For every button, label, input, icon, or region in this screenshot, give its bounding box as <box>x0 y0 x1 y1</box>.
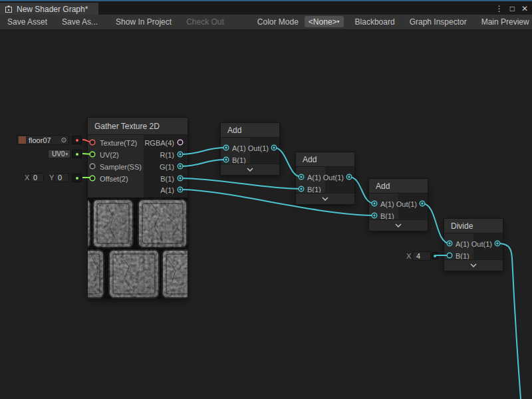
offset-y-label: Y <box>49 174 54 182</box>
offset-port-connector[interactable] <box>72 174 82 182</box>
close-icon[interactable]: ✕ <box>521 3 528 15</box>
port-label-a: A(1) <box>307 173 321 182</box>
chevron-down-icon <box>395 223 402 227</box>
node-divide[interactable]: Divide A(1) B(1) Out(1) <box>444 218 503 271</box>
port-label-a: A(1) <box>160 186 174 195</box>
port-label-out: Out(1) <box>323 173 344 182</box>
connector-dot <box>76 153 78 156</box>
port-label-out: Out(1) <box>471 239 492 249</box>
divisor-x-input[interactable]: 4 <box>412 251 431 261</box>
node-header[interactable]: Divide <box>444 219 503 233</box>
port-label-a: A(1) <box>456 239 469 249</box>
tab-title: New Shader Graph* <box>17 5 88 14</box>
node-header[interactable]: Add <box>369 179 428 194</box>
port-label-uv: UV(2) <box>100 150 119 160</box>
port-label-texture: Texture(T2) <box>100 138 137 148</box>
texture-preview-image <box>88 198 188 299</box>
chevron-down-icon <box>247 168 253 172</box>
offset-x-label: X <box>25 174 29 182</box>
divisor-x-label: X <box>406 252 411 260</box>
node-add-2[interactable]: Add A(1) B(1) Out(1) <box>295 152 355 205</box>
texture-port-connector[interactable] <box>72 136 82 144</box>
port-label-a: A(1) <box>232 144 246 153</box>
graph-inspector-toggle-button[interactable]: Graph Inspector <box>402 15 474 29</box>
preview-collapse-toggle[interactable] <box>369 219 428 231</box>
wire-b-to-add2-b[interactable] <box>180 178 301 189</box>
node-title: Divide <box>451 221 473 231</box>
shader-graph-toolbar: Save Asset Save As... Show In Project Ch… <box>0 15 532 30</box>
port-label-offset: Offset(2) <box>100 174 128 184</box>
uv-port-connector[interactable] <box>72 150 82 158</box>
preview-collapse-toggle[interactable] <box>296 193 354 204</box>
show-in-project-button[interactable]: Show In Project <box>108 15 179 29</box>
chevron-down-icon <box>322 197 329 201</box>
shader-graph-icon <box>5 5 13 13</box>
object-picker-icon[interactable]: ⊙ <box>61 136 66 144</box>
check-out-button: Check Out <box>179 15 231 29</box>
port-label-g: G(1) <box>160 162 174 172</box>
divisor-port-connector[interactable] <box>432 252 438 259</box>
wire-overlay <box>0 0 532 399</box>
offset-y-input[interactable]: 0 <box>55 173 69 182</box>
tab-shader-graph[interactable]: New Shader Graph* <box>0 3 98 16</box>
node-add-3[interactable]: Add A(1) B(1) Out(1) <box>368 178 428 231</box>
port-label-out: Out(1) <box>248 144 269 153</box>
color-mode-label: Color Mode <box>251 15 305 29</box>
chevron-down-icon <box>470 263 477 267</box>
unity-shader-graph-window: Gather Texture 2D Texture(T2) UV(2) Samp… <box>0 0 532 399</box>
offset-x-value: 0 <box>33 174 37 182</box>
uv-channel-dropdown[interactable]: UV0 ▾ <box>48 150 70 158</box>
offset-x-input[interactable]: 0 <box>30 173 44 182</box>
port-label-rgba: RGBA(4) <box>144 138 174 148</box>
node-header[interactable]: Add <box>296 152 354 167</box>
offset-y-value: 0 <box>58 174 62 182</box>
preview-collapse-toggle[interactable] <box>221 164 279 175</box>
port-label-r: R(1) <box>160 150 174 160</box>
node-header[interactable]: Add <box>221 123 279 138</box>
node-header[interactable]: Gather Texture 2D <box>88 118 188 135</box>
save-asset-button[interactable]: Save Asset <box>0 15 55 29</box>
divisor-x-value: 4 <box>416 252 420 260</box>
main-preview-toggle-button[interactable]: Main Preview <box>474 15 532 29</box>
node-title: Gather Texture 2D <box>94 122 160 131</box>
texture-thumbnail <box>19 136 26 144</box>
port-label-sampler: Sampler(SS) <box>100 162 142 172</box>
maximize-icon[interactable]: □ <box>510 3 515 15</box>
blackboard-toggle-button[interactable]: Blackboard <box>348 15 402 29</box>
node-add-1[interactable]: Add A(1) B(1) Out(1) <box>220 122 280 176</box>
port-label-b: B(1) <box>160 174 174 184</box>
port-label-a: A(1) <box>380 200 394 209</box>
connector-dot <box>434 255 436 257</box>
chevron-down-icon: ▾ <box>337 19 340 25</box>
color-mode-value: <None> <box>309 17 337 27</box>
connector-dot <box>76 139 78 142</box>
window-controls: ⋮ □ ✕ <box>495 3 528 15</box>
node-title: Add <box>227 126 241 135</box>
menu-icon[interactable]: ⋮ <box>495 3 503 15</box>
node-title: Add <box>376 182 390 191</box>
save-as-button[interactable]: Save As... <box>55 15 105 29</box>
title-bar: New Shader Graph* ⋮ □ ✕ <box>0 0 532 15</box>
preview-collapse-toggle[interactable] <box>444 259 503 271</box>
texture-field-value: floor07 <box>29 136 51 144</box>
node-gather-texture-2d[interactable]: Gather Texture 2D Texture(T2) UV(2) Samp… <box>87 117 188 299</box>
chevron-down-icon: ▾ <box>65 152 68 157</box>
port-label-out: Out(1) <box>396 200 417 209</box>
uv-dropdown-value: UV0 <box>52 150 65 158</box>
connector-dot <box>76 177 78 180</box>
color-mode-dropdown[interactable]: <None> ▾ <box>305 16 344 27</box>
graph-canvas[interactable]: Gather Texture 2D Texture(T2) UV(2) Samp… <box>0 0 532 399</box>
texture-object-field[interactable]: floor07 ⊙ <box>17 135 69 145</box>
node-title: Add <box>303 155 317 164</box>
